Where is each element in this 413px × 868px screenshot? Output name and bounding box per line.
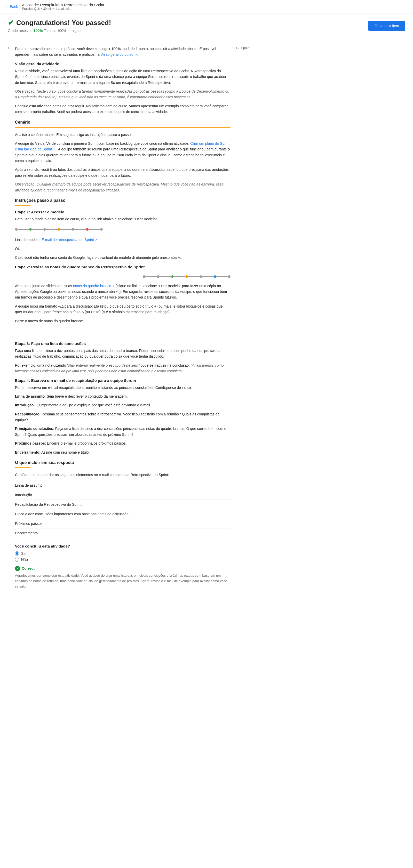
back-button[interactable]: ← Back [5, 5, 18, 9]
ext-link3-icon: ↗ [95, 239, 97, 242]
link-modelo-row: Link do modelo: E-mail de retrospectiva … [15, 237, 231, 243]
points-badge: 1 / 1 point [236, 46, 250, 50]
back-arrow-icon: ← [5, 5, 9, 9]
congrats-title: ✔ Congratulations! You passed! [8, 19, 111, 27]
radio-sim-label: Sim [21, 551, 27, 556]
etapa4-recap: Recapitulação: Resuma seus pensamentos s… [15, 411, 231, 423]
checklist-item: Cinco a dez conclusões importantes com b… [15, 509, 231, 519]
etapa3-title: Etapa 3: Faça uma lista de conclusões [15, 341, 231, 346]
visao-note: Observação: Neste curso, você concluirá … [15, 89, 231, 100]
etapa4-encerramento: Encerramento: Assine com seu nome e títu… [15, 450, 231, 455]
activity-name: Atividade: Recapitular a Retrospectiva d… [22, 3, 104, 7]
ou-text: OU [15, 246, 231, 252]
cenario-p2: A equipe do Virtual Verde concluiu o pri… [15, 141, 231, 164]
checklist-item: Recapitulação da Retrospectiva do Sprint… [15, 500, 231, 509]
visao-geral-link[interactable]: Visão geral do curso [101, 52, 134, 57]
ext-link2-icon: ↗ [53, 148, 55, 151]
instrucoes-title: Instruções passo a passo [15, 198, 231, 203]
radio-nao-label: Não [21, 558, 28, 562]
cenario-note: Observação: Qualquer membro da equipe po… [15, 181, 231, 193]
correct-text: Agradecemos por completar esta atividade… [15, 573, 231, 589]
link-modelo-label: Link do modelo: [15, 238, 40, 242]
incluir-p1: Certifique-se de abordar os seguintes el… [15, 472, 231, 477]
visao-section-title: Visão geral da atividade [15, 62, 231, 66]
etapa4-proximos: Próximos passos: Encerre o e-mail e prop… [15, 440, 231, 446]
etapa3-p1: Faça uma lista de cinco a dez pontos pri… [15, 348, 231, 360]
question-intro: Para ser aprovado neste teste prático, v… [15, 46, 231, 58]
question-row: 1. Para ser aprovado neste teste prático… [8, 46, 250, 592]
radio-group: Sim Não [15, 551, 231, 562]
incluir-title: O que incluir em sua resposta [15, 460, 231, 465]
caso-text: Caso você não tenha uma conta do Google,… [15, 255, 231, 260]
visao-p1: Nesta atividade, você desenvolverá uma l… [15, 68, 231, 85]
checklist-item: Encerramento [15, 528, 231, 538]
attachment-area [15, 327, 231, 337]
etapa4-p1: Por fim, escreva um e-mail recapitulando… [15, 385, 231, 391]
email-retro-link[interactable]: E-mail de retrospectiva do Sprint [41, 238, 94, 242]
grade-label: Grade received [8, 29, 32, 33]
question-number: 1. [8, 46, 13, 50]
cenario-p1: Analise o cenário abaixo. Em seguida, si… [15, 132, 231, 137]
progress-dots-1 [15, 226, 103, 233]
visao-p2: Conclua esta atividade antes de prossegu… [15, 103, 231, 115]
concluiu-title: Você concluiu esta atividade? [15, 544, 231, 548]
correct-icon: ✓ [15, 566, 20, 571]
etapa1-title: Etapa 1: Acessar o modelo [15, 210, 231, 214]
notas-quadro-link[interactable]: notas do quadro branco [73, 284, 111, 288]
instrucoes-divider [15, 205, 30, 206]
activity-meta: Practice Quiz • 30 min • 1 total point [22, 7, 104, 10]
cenario-divider [15, 127, 231, 128]
ext-link4-icon: ↗ [112, 285, 115, 288]
etapa2-p1: Abra o conjunto de slides com suas notas… [15, 283, 231, 300]
congrats-grade-row: Grade received 100% To pass 100% or high… [8, 29, 111, 33]
checklist-item: Linha de assunto [15, 481, 231, 490]
etapa2-p3: Baixe o anexo de notas do quadro branco: [15, 318, 231, 324]
congrats-left: ✔ Congratulations! You passed! Grade rec… [8, 19, 111, 33]
checklist: Linha de assuntoIntroduçãoRecapitulação … [15, 481, 231, 538]
radio-nao-item[interactable]: Não [15, 558, 231, 562]
question-body: Para ser aprovado neste teste prático, v… [15, 46, 231, 592]
radio-nao-input[interactable] [15, 558, 19, 562]
cenario-title: Cenário [15, 120, 231, 125]
etapa4-linha: Linha de assunto: Seja breve e descrever… [15, 394, 231, 399]
correct-badge: ✓ Correct [15, 566, 231, 571]
congrats-banner: ✔ Congratulations! You passed! Grade rec… [0, 13, 413, 38]
progress-dots-2 [143, 273, 231, 280]
incluir-divider [15, 467, 30, 468]
next-item-button[interactable]: Go to next item [368, 21, 405, 31]
radio-sim-item[interactable]: Sim [15, 551, 231, 556]
congrats-title-text: Congratulations! You passed! [16, 19, 111, 27]
main-content: 1. Para ser aprovado neste teste prático… [0, 38, 258, 600]
etapa1-p1: Para usar o modelo deste item do curso, … [15, 216, 231, 222]
pass-value: 100% or higher [57, 29, 82, 33]
etapa3-p2: Por exemplo, uma nota dizendo "Não enten… [15, 363, 231, 374]
checklist-item: Introdução [15, 490, 231, 500]
ext-link-icon: ↗ [135, 53, 137, 56]
cenario-p3: Após a reunião, você tirou fotos dos qua… [15, 167, 231, 178]
pass-label: To pass [44, 29, 56, 33]
etapa2-title: Etapa 2: Revise as notas do quadro branc… [15, 265, 231, 269]
etapa4-intro: Introdução : Cumprimente a equipe e expl… [15, 402, 231, 408]
check-circle-icon: ✔ [8, 19, 14, 27]
etapa4-conclusoes: Principais conclusões: Faça uma lista de… [15, 426, 231, 437]
correct-label: Correct [22, 566, 35, 570]
back-label: Back [10, 5, 18, 9]
etapa2-p2: A equipe usou um formato +/Δ para a disc… [15, 304, 231, 315]
grade-value: 100% [34, 29, 43, 33]
etapa4-title: Etapa 4: Escreva um e-mail de recapitula… [15, 378, 231, 383]
header-title-block: Atividade: Recapitular a Retrospectiva d… [22, 3, 104, 10]
checklist-item: Próximos passos [15, 519, 231, 528]
header: ← Back Atividade: Recapitular a Retrospe… [0, 0, 413, 13]
radio-sim-input[interactable] [15, 551, 19, 556]
